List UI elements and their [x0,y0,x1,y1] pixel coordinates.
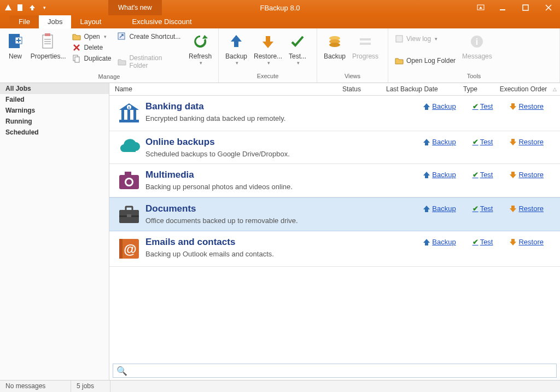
backup-button[interactable]: Backup▾ [222,31,250,67]
view-log-label: View log [406,35,431,43]
new-button[interactable]: New [3,31,27,61]
sidebar-item-running[interactable]: Running [0,116,109,127]
svg-point-48 [126,179,132,185]
job-test-link[interactable]: ✔Test [472,171,493,179]
job-test-link[interactable]: ✔Test [472,102,493,110]
job-title: Banking data [145,101,355,112]
group-execute-label: Execute [219,73,317,83]
open-button[interactable]: Open▾ [71,32,112,42]
job-actions: Backup✔TestRestore [355,169,557,179]
job-restore-link[interactable]: Restore [509,138,544,146]
job-restore-link[interactable]: Restore [509,238,544,246]
svg-marker-42 [510,103,516,110]
col-status[interactable]: Status [339,84,383,94]
job-backup-link[interactable]: Backup [423,238,456,246]
chevron-down-icon[interactable]: ▾ [200,60,202,66]
app-title: FBackup 8.0 [260,0,300,15]
messages-button[interactable]: i Messages [459,31,495,61]
job-restore-link[interactable]: Restore [509,102,544,110]
properties-button[interactable]: Properties... [27,31,69,61]
svg-rect-37 [133,110,136,120]
duplicate-button[interactable]: Duplicate [71,54,112,63]
delete-button[interactable]: Delete [71,43,112,52]
job-test-link[interactable]: ✔Test [472,204,493,213]
progress-icon [357,33,374,50]
tab-layout[interactable]: Layout [71,15,110,28]
svg-rect-1 [18,4,22,11]
create-shortcut-button[interactable]: Create Shortcut... [116,32,183,42]
view-log-button[interactable]: View log▾ [394,34,457,44]
maximize-button[interactable] [514,0,537,15]
qat-dropdown-icon[interactable]: ▾ [39,3,49,13]
status-jobs: 5 jobs [71,381,110,392]
tab-jobs[interactable]: Jobs [39,15,71,28]
check-icon: ✔ [472,171,479,179]
tab-exclusive-discount[interactable]: Exclusive Discount [123,15,200,28]
new-file-icon [7,33,24,50]
minimize-button[interactable] [491,0,514,15]
job-actions: Backup✔TestRestore [355,137,557,146]
chevron-down-icon[interactable]: ▾ [267,60,270,66]
close-button[interactable] [537,0,560,15]
sidebar-item-failed[interactable]: Failed [0,94,109,105]
search-bar[interactable]: 🔍 [113,364,557,378]
job-row[interactable]: MultimediaBacking up personal photos and… [109,164,560,197]
qat-new-icon[interactable] [15,3,25,13]
refresh-button[interactable]: Refresh ▾ [185,31,215,67]
job-test-link[interactable]: ✔Test [472,238,493,246]
svg-marker-25 [262,36,273,48]
restore-button[interactable]: Restore...▾ [250,31,285,67]
chevron-down-icon[interactable]: ▾ [236,60,238,66]
job-row[interactable]: $Banking dataEncrypted banking data back… [109,96,560,131]
ribbon-options-icon[interactable] [470,0,491,15]
ribbon: New Properties... Open▾ Delete Duplicate… [0,28,560,83]
job-test-link[interactable]: ✔Test [472,138,493,146]
job-text: MultimediaBacking up personal photos and… [145,169,355,191]
quick-access-toolbar: ▾ [0,3,52,13]
stack-icon [326,33,343,50]
svg-rect-29 [360,38,371,40]
col-execution-order-label: Execution Order [500,85,547,93]
job-backup-link[interactable]: Backup [423,204,456,213]
search-input[interactable] [131,367,553,375]
job-list: $Banking dataEncrypted banking data back… [109,96,560,361]
job-description: Office documents backed up to removable … [145,217,355,225]
chevron-down-icon[interactable]: ▾ [297,60,300,66]
svg-rect-14 [45,33,50,36]
shortcut-icon [118,32,126,41]
qat-upload-icon[interactable] [27,3,37,13]
open-log-folder-button[interactable]: Open Log Folder [394,56,457,66]
job-title: Multimedia [145,169,355,180]
svg-marker-61 [510,239,516,245]
svg-rect-35 [121,110,124,120]
folder-open-icon [395,56,404,65]
sidebar-item-warnings[interactable]: Warnings [0,105,109,116]
properties-label: Properties... [31,52,66,60]
check-icon: ✔ [472,102,479,110]
job-restore-link[interactable]: Restore [509,171,544,179]
sidebar-item-scheduled[interactable]: Scheduled [0,127,109,138]
job-backup-link[interactable]: Backup [423,138,456,146]
job-restore-link[interactable]: Restore [509,204,544,213]
col-last-backup[interactable]: Last Backup Date [383,84,454,94]
col-type[interactable]: Type [454,84,487,94]
job-backup-link[interactable]: Backup [423,171,456,179]
job-backup-link[interactable]: Backup [423,102,456,110]
backup-view-button[interactable]: Backup [320,31,349,61]
sidebar-item-all-jobs[interactable]: All Jobs [0,83,109,94]
job-row[interactable]: Online backupsScheduled backups to Googl… [109,131,560,164]
job-row[interactable]: @Emails and contactsBacking up Outlook e… [109,231,560,267]
progress-button[interactable]: Progress [349,31,382,61]
destination-folder-button[interactable]: Destination Folder [116,54,183,70]
whats-new-button[interactable]: What's new [108,0,162,15]
svg-marker-43 [423,139,430,145]
job-row[interactable]: DocumentsOffice documents backed up to r… [109,197,560,231]
group-tools-label: Tools [388,73,559,83]
col-name[interactable]: Name [109,84,339,94]
job-actions: Backup✔TestRestore [355,203,557,213]
qat-app-icon[interactable] [3,3,13,13]
tab-file[interactable]: File [10,15,39,28]
test-button[interactable]: Test...▾ [285,31,310,67]
svg-marker-2 [30,5,35,10]
col-execution-order[interactable]: Execution Order△ [487,84,560,94]
